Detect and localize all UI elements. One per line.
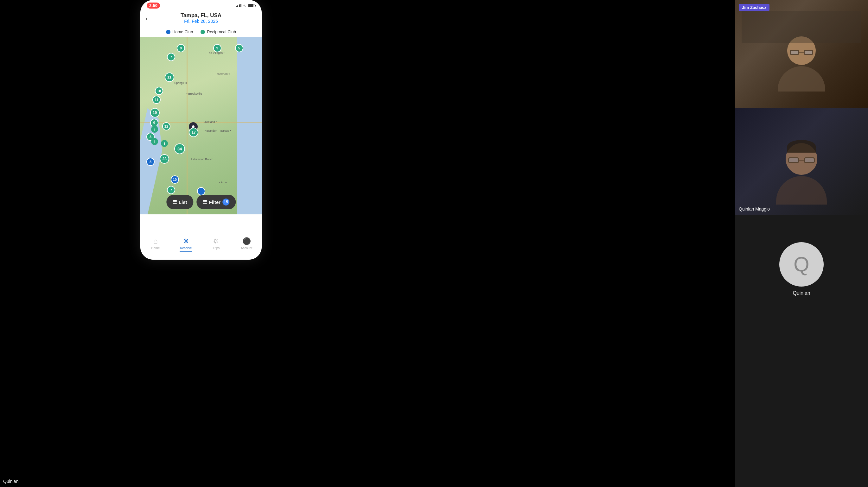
cluster-23[interactable]: 23 [160,154,169,164]
list-button[interactable]: ☰ List [166,195,193,209]
list-label: List [179,199,187,205]
tab-reserve[interactable]: ☸ Reserve [171,237,201,252]
reciprocal-club-label: Reciprocal Club [207,29,236,34]
legend-reciprocal-club: Reciprocal Club [200,29,236,34]
cluster-34[interactable]: 34 [174,143,185,154]
status-time: 2:50 [147,3,160,8]
cluster-19[interactable]: 19 [150,108,160,118]
participant-tile-jim: Jim Zachacz [735,0,868,108]
video-feed-jim [735,0,868,108]
app-header: ‹ Tampa, FL, USA Fri, Feb 28, 2025 [140,10,262,27]
home-club-label: Home Club [172,29,193,34]
cluster-17[interactable]: 17 [189,128,198,137]
status-bar: 2:50 ∿ [140,0,262,10]
home-club-dot [166,30,170,34]
background-room-detail [742,11,861,43]
signal-icon [236,4,241,7]
cluster-11-mid[interactable]: 11 [152,96,161,104]
filter-label: Filter [209,199,220,205]
person-sim-jim [778,36,825,92]
trips-tab-icon: ⛭ [213,237,220,246]
list-icon: ☰ [173,199,177,205]
quinlan-maggio-name: Quinlan Maggio [739,206,770,212]
home-tab-label: Home [151,246,160,250]
map-bottom-buttons [197,187,205,195]
tab-account[interactable]: ⚫ Account [231,237,262,250]
cluster-10-home[interactable]: 10 [171,175,179,184]
map-view[interactable]: The Villages • • Brooksville Clermont • … [140,37,262,215]
phone-frame: 2:50 ∿ ‹ Tampa, FL, USA Fri, Feb 28, 202… [140,0,262,260]
date-subtitle[interactable]: Fri, Feb 28, 2025 [146,19,257,24]
participant-tile-quinlan-avatar: Q Quinlan [735,215,868,323]
cluster-9-right[interactable]: 9 [213,44,221,52]
account-tab-label: Account [241,246,252,250]
reserve-tab-icon: ☸ [183,237,189,246]
quinlan-avatar: Q [779,242,824,287]
participants-panel: Jim Zachacz Quinlan Maggio [735,0,868,487]
jim-name-badge: Jim Zachacz [739,4,770,11]
home-tab-icon: ⌂ [153,237,157,246]
battery-icon [248,4,255,7]
map-water-east [237,37,262,215]
avatar-letter-icon: Q [794,253,809,276]
filter-button[interactable]: ☷ Filter 15 [196,195,236,209]
legend-home-club: Home Club [166,29,193,34]
info-marker-3[interactable]: i [161,140,168,147]
trips-tab-label: Trips [213,246,220,250]
road-i4 [140,122,262,123]
filter-count-badge: 15 [222,198,229,205]
glasses-icon [790,50,813,56]
status-icons: ∿ [236,3,255,8]
location-title: Tampa, FL, USA [146,12,257,19]
legend-bar: Home Club Reciprocal Club [140,27,262,37]
reserve-tab-label: Reserve [180,246,192,250]
reserve-tab-active-indicator [180,252,192,252]
cluster-12[interactable]: 12 [162,122,170,130]
account-tab-icon: ⚫ [242,237,251,246]
cluster-10[interactable]: 10 [155,87,163,95]
quinlan-avatar-name: Quinlan [793,290,810,296]
video-feed-quinlan-maggio [735,108,868,215]
back-button[interactable]: ‹ [146,15,148,22]
tab-trips[interactable]: ⛭ Trips [201,237,231,250]
cluster-5-right[interactable]: 5 [235,44,243,52]
tab-home[interactable]: ⌂ Home [140,237,171,250]
cluster-11-spring-hill[interactable]: 11 [165,72,174,82]
cluster-8-home[interactable]: 8 [146,158,155,166]
tab-bar: ⌂ Home ☸ Reserve ⛭ Trips ⚫ Account [140,234,262,260]
reciprocal-club-dot [200,30,205,34]
participant-tile-quinlan-maggio: Quinlan Maggio [735,108,868,215]
bottom-overlay-label: Quinlan [3,479,19,484]
filter-icon: ☷ [203,199,207,205]
map-action-buttons: ☰ List ☷ Filter 15 [166,195,236,209]
person-sim-quinlan [776,143,827,204]
glasses-icon-2 [788,157,815,164]
wifi-icon: ∿ [243,3,247,8]
blue-cluster-visible[interactable] [197,187,205,195]
road-i75 [187,37,188,215]
